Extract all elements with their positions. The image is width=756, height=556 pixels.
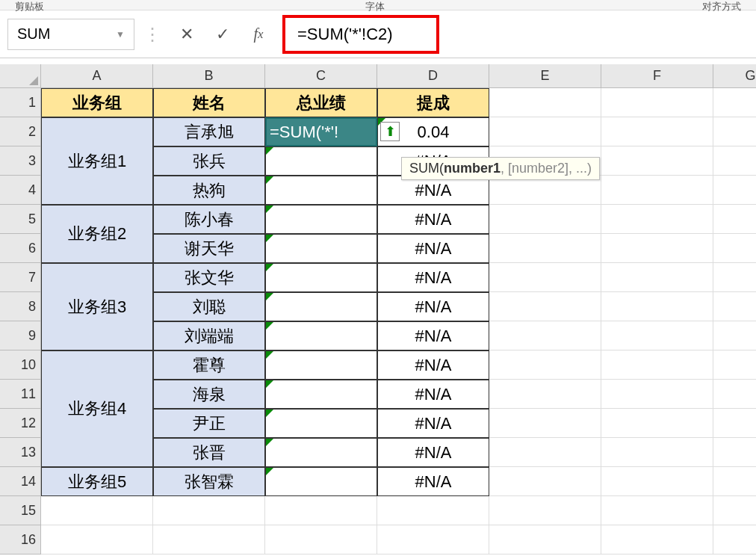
cell-blank[interactable] — [713, 438, 756, 467]
row-header-10[interactable]: 10 — [0, 350, 41, 380]
cell-blank[interactable] — [489, 292, 601, 321]
col-header-A[interactable]: A — [41, 64, 153, 88]
row-header-11[interactable]: 11 — [0, 380, 41, 409]
row-header-14[interactable]: 14 — [0, 467, 41, 496]
row-header-12[interactable]: 12 — [0, 409, 41, 438]
cell-blank[interactable] — [601, 234, 713, 263]
cell-D8[interactable]: #N/A — [377, 292, 489, 321]
header-D[interactable]: 提成 — [377, 88, 489, 117]
cell-blank[interactable] — [713, 88, 756, 117]
formula-input[interactable]: =SUM('*'!C2) — [282, 15, 439, 54]
cell-blank[interactable] — [713, 292, 756, 321]
cell-blank[interactable] — [601, 176, 713, 205]
cell-blank[interactable] — [713, 350, 756, 380]
cell-blank[interactable] — [41, 496, 153, 525]
cell-blank[interactable] — [265, 525, 377, 555]
cell-blank[interactable] — [601, 350, 713, 380]
name-r4[interactable]: 热狗 — [153, 176, 265, 205]
cell-D11[interactable]: #N/A — [377, 380, 489, 409]
name-r14[interactable]: 张智霖 — [153, 467, 265, 496]
name-box[interactable]: SUM ▼ — [7, 19, 134, 50]
name-r6[interactable]: 谢天华 — [153, 234, 265, 263]
row-header-15[interactable]: 15 — [0, 496, 41, 525]
cell-D7[interactable]: #N/A — [377, 263, 489, 292]
cell-blank[interactable] — [601, 409, 713, 438]
col-header-B[interactable]: B — [153, 64, 265, 88]
smart-tag-icon[interactable]: ⬆ — [380, 122, 400, 141]
cell-blank[interactable] — [153, 496, 265, 525]
col-header-C[interactable]: C — [265, 64, 377, 88]
cell-blank[interactable] — [713, 321, 756, 350]
name-r12[interactable]: 尹正 — [153, 409, 265, 438]
cell-C7[interactable] — [265, 263, 377, 292]
cell-blank[interactable] — [489, 88, 601, 117]
col-header-D[interactable]: D — [377, 64, 489, 88]
cell-blank[interactable] — [489, 496, 601, 525]
name-r9[interactable]: 刘端端 — [153, 321, 265, 350]
group-业务组1[interactable]: 业务组1 — [41, 117, 153, 205]
cell-blank[interactable] — [713, 525, 756, 555]
cell-D10[interactable]: #N/A — [377, 350, 489, 380]
cell-blank[interactable] — [713, 146, 756, 176]
cell-C4[interactable] — [265, 176, 377, 205]
col-header-F[interactable]: F — [601, 64, 713, 88]
cell-C3[interactable] — [265, 146, 377, 176]
chevron-down-icon[interactable]: ▼ — [116, 29, 125, 40]
cell-D12[interactable]: #N/A — [377, 409, 489, 438]
row-header-16[interactable]: 16 — [0, 525, 41, 555]
row-header-9[interactable]: 9 — [0, 321, 41, 350]
cell-blank[interactable] — [489, 467, 601, 496]
cell-blank[interactable] — [265, 496, 377, 525]
cell-blank[interactable] — [601, 438, 713, 467]
cancel-button[interactable]: ✕ — [170, 19, 203, 50]
cell-blank[interactable] — [713, 380, 756, 409]
cell-blank[interactable] — [713, 205, 756, 234]
cell-blank[interactable] — [601, 88, 713, 117]
cell-blank[interactable] — [489, 321, 601, 350]
cell-blank[interactable] — [489, 438, 601, 467]
cell-blank[interactable] — [713, 263, 756, 292]
cell-C10[interactable] — [265, 350, 377, 380]
name-r10[interactable]: 霍尊 — [153, 350, 265, 380]
name-r5[interactable]: 陈小春 — [153, 205, 265, 234]
cell-blank[interactable] — [489, 350, 601, 380]
row-header-5[interactable]: 5 — [0, 205, 41, 234]
cell-blank[interactable] — [489, 234, 601, 263]
name-r3[interactable]: 张兵 — [153, 146, 265, 176]
cell-blank[interactable] — [713, 176, 756, 205]
row-header-8[interactable]: 8 — [0, 292, 41, 321]
cell-blank[interactable] — [601, 380, 713, 409]
cell-C9[interactable] — [265, 321, 377, 350]
cell-C8[interactable] — [265, 292, 377, 321]
group-业务组3[interactable]: 业务组3 — [41, 263, 153, 350]
cell-blank[interactable] — [601, 496, 713, 525]
group-业务组5[interactable]: 业务组5 — [41, 467, 153, 496]
cell-C12[interactable] — [265, 409, 377, 438]
cell-C14[interactable] — [265, 467, 377, 496]
cell-blank[interactable] — [713, 467, 756, 496]
col-header-G[interactable]: G — [713, 64, 756, 88]
header-A[interactable]: 业务组 — [41, 88, 153, 117]
cell-blank[interactable] — [601, 292, 713, 321]
cell-blank[interactable] — [489, 263, 601, 292]
row-header-2[interactable]: 2 — [0, 117, 41, 146]
cell-D13[interactable]: #N/A — [377, 438, 489, 467]
cell-blank[interactable] — [489, 380, 601, 409]
enter-button[interactable]: ✓ — [206, 19, 239, 50]
name-r2[interactable]: 言承旭 — [153, 117, 265, 146]
cell-blank[interactable] — [713, 117, 756, 146]
col-header-E[interactable]: E — [489, 64, 601, 88]
row-header-1[interactable]: 1 — [0, 88, 41, 117]
cell-C2-edit[interactable]: =SUM('*'! — [265, 117, 377, 146]
row-header-3[interactable]: 3 — [0, 146, 41, 176]
cell-blank[interactable] — [601, 117, 713, 146]
name-r8[interactable]: 刘聪 — [153, 292, 265, 321]
cell-D6[interactable]: #N/A — [377, 234, 489, 263]
cell-blank[interactable] — [713, 496, 756, 525]
cell-C13[interactable] — [265, 438, 377, 467]
cell-blank[interactable] — [601, 146, 713, 176]
cell-D9[interactable]: #N/A — [377, 321, 489, 350]
cell-C5[interactable] — [265, 205, 377, 234]
name-r13[interactable]: 张晋 — [153, 438, 265, 467]
cell-C11[interactable] — [265, 380, 377, 409]
